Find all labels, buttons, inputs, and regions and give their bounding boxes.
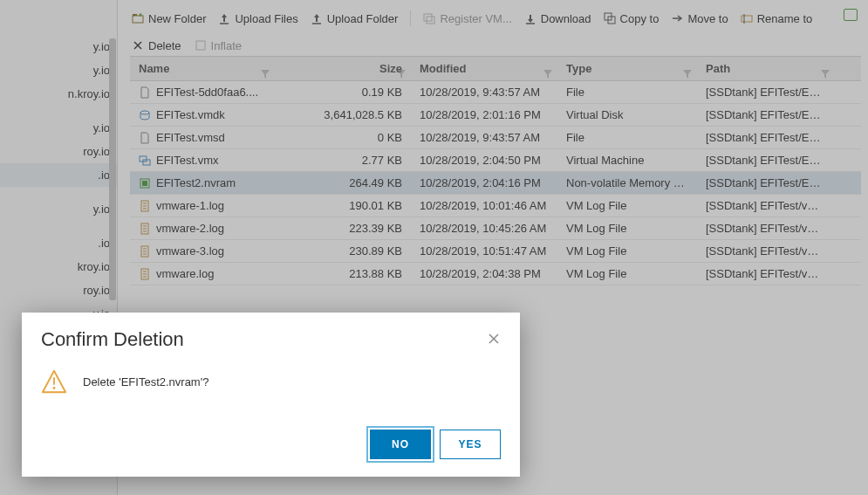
confirm-deletion-dialog: Confirm Deletion Delete 'EFITest2.nvram'… xyxy=(22,313,520,477)
no-button-label: NO xyxy=(392,438,409,450)
dialog-title: Confirm Deletion xyxy=(41,328,487,351)
close-button[interactable] xyxy=(487,332,501,348)
warning-icon xyxy=(41,368,67,395)
yes-button-label: YES xyxy=(458,438,482,450)
svg-point-41 xyxy=(53,387,56,389)
yes-button[interactable]: YES xyxy=(440,430,501,459)
no-button[interactable]: NO xyxy=(370,430,431,459)
close-icon xyxy=(487,332,501,346)
dialog-message: Delete 'EFITest2.nvram'? xyxy=(83,375,208,388)
